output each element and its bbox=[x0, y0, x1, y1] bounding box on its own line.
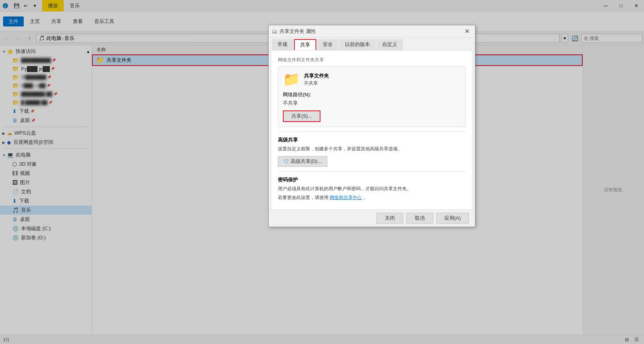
network-path-label: 网络路径(N): bbox=[283, 91, 461, 98]
network-sharing-center-link[interactable]: 网络和共享中心 bbox=[330, 195, 362, 200]
advanced-share-button[interactable]: 🛡 高级共享(D)... bbox=[278, 156, 327, 167]
advanced-title: 高级共享 bbox=[278, 137, 466, 143]
password-desc2-text: 若要更改此设置，请使用 bbox=[278, 195, 329, 200]
password-desc2-row: 若要更改此设置，请使用 网络和共享中心 。 bbox=[278, 194, 466, 201]
password-title: 密码保护 bbox=[278, 176, 466, 183]
modal-tabs: 常规 共享 安全 以前的版本 自定义 bbox=[269, 38, 475, 51]
folder-info-row: 📁 共享文件夹 不共享 bbox=[283, 71, 461, 87]
advanced-btn-label: 高级共享(D)... bbox=[291, 158, 322, 165]
modal-footer: 关闭 取消 应用(A) bbox=[269, 209, 475, 227]
modal-overlay: 🗂 共享文件夹 属性 ✕ 常规 共享 安全 以前的版本 自定义 网络文件和文件夹… bbox=[0, 0, 644, 344]
section-divider-2 bbox=[278, 171, 466, 172]
network-path-value: 不共享 bbox=[283, 100, 461, 107]
password-desc3-text: 。 bbox=[363, 195, 368, 200]
share-button[interactable]: 共享(S)... bbox=[283, 110, 320, 122]
modal-title-icon: 🗂 bbox=[272, 28, 277, 35]
modal-title: 共享文件夹 属性 bbox=[279, 28, 462, 35]
network-path-row: 网络路径(N): 不共享 bbox=[283, 91, 461, 107]
folder-large-icon: 📁 bbox=[283, 71, 300, 87]
modal-body: 网络文件和文件夹共享 📁 共享文件夹 不共享 网络路径(N): 不共享 共享(S… bbox=[272, 51, 472, 209]
tab-customize[interactable]: 自定义 bbox=[376, 39, 403, 50]
folder-name: 共享文件夹 bbox=[304, 72, 329, 79]
password-section: 密码保护 用户必须具有此计算机的用户帐户和密码，才能访问共享文件夹。 若要更改此… bbox=[278, 176, 466, 201]
tab-general[interactable]: 常规 bbox=[272, 39, 293, 50]
folder-info: 共享文件夹 不共享 bbox=[304, 72, 329, 87]
apply-button[interactable]: 应用(A) bbox=[436, 213, 469, 224]
folder-status: 不共享 bbox=[304, 80, 329, 87]
tab-sharing[interactable]: 共享 bbox=[294, 39, 316, 50]
share-section: 📁 共享文件夹 不共享 网络路径(N): 不共享 共享(S)... bbox=[278, 66, 466, 127]
properties-dialog: 🗂 共享文件夹 属性 ✕ 常规 共享 安全 以前的版本 自定义 网络文件和文件夹… bbox=[268, 25, 475, 227]
password-desc1: 用户必须具有此计算机的用户帐户和密码，才能访问共享文件夹。 bbox=[278, 186, 466, 192]
advanced-section: 高级共享 设置自定义权限，创建多个共享，并设置其他高级共享选项。 🛡 高级共享(… bbox=[278, 137, 466, 167]
share-btn-row: 共享(S)... bbox=[283, 110, 461, 122]
section-divider-1 bbox=[278, 132, 466, 132]
tab-security[interactable]: 安全 bbox=[317, 39, 338, 50]
sharing-section-title: 网络文件和文件夹共享 bbox=[278, 57, 466, 63]
modal-close-button[interactable]: ✕ bbox=[462, 26, 472, 36]
cancel-button[interactable]: 取消 bbox=[406, 213, 433, 224]
advanced-desc: 设置自定义权限，创建多个共享，并设置其他高级共享选项。 bbox=[278, 146, 466, 152]
close-button[interactable]: 关闭 bbox=[376, 213, 403, 224]
modal-titlebar: 🗂 共享文件夹 属性 ✕ bbox=[269, 25, 475, 38]
tab-previous-versions[interactable]: 以前的版本 bbox=[339, 39, 376, 50]
shield-icon: 🛡 bbox=[284, 158, 289, 165]
